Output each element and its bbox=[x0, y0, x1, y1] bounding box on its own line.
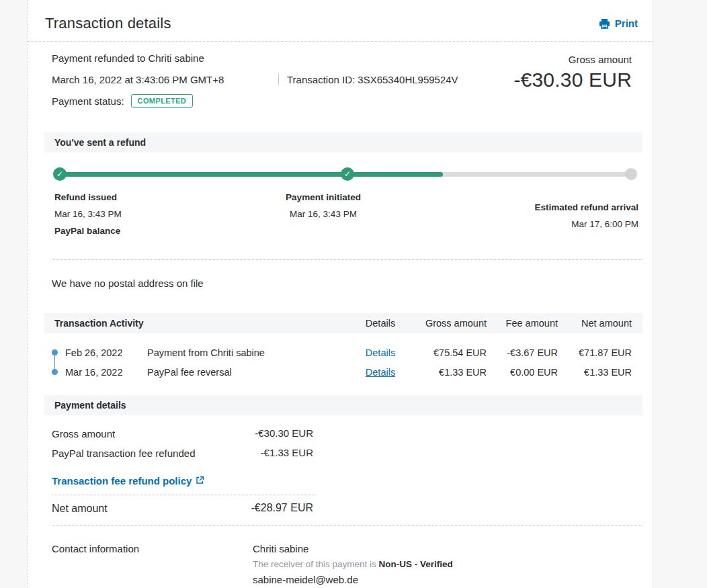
receiver-note-text: The receiver of this payment is bbox=[253, 559, 379, 569]
postal-note: We have no postal address on file bbox=[52, 278, 653, 289]
transaction-fee-policy-link[interactable]: Transaction fee refund policy bbox=[52, 475, 204, 487]
status-badge: COMPLETED bbox=[131, 94, 194, 108]
net-amount-label: Net amount bbox=[52, 502, 200, 515]
column-header-net: Net amount bbox=[554, 313, 632, 333]
activity-rows: Feb 26, 2022 Payment from Chriti sabine … bbox=[52, 343, 642, 382]
contact-section: Contact information Chriti sabine The re… bbox=[52, 543, 642, 588]
step-time: Mar 16, 3:43 PM bbox=[54, 206, 122, 222]
row-net-amount: €1.33 EUR bbox=[554, 367, 632, 378]
step-payment-initiated: Payment initiated Mar 16, 3:43 PM bbox=[229, 189, 417, 222]
step-time: Mar 17, 6:00 PM bbox=[534, 216, 638, 233]
row-description: Payment from Chriti sabine bbox=[147, 347, 265, 358]
detail-value: -€1.33 EUR bbox=[212, 447, 313, 458]
step-sub: PayPal balance bbox=[54, 222, 122, 239]
gross-amount-value: -€30.30 EUR bbox=[513, 69, 632, 91]
divider bbox=[52, 495, 317, 495]
progress-track-complete bbox=[60, 172, 443, 177]
transaction-datetime: March 16, 2022 at 3:43:06 PM GMT+8 bbox=[52, 74, 278, 85]
transaction-details-card: Transaction details Print Payment refund… bbox=[27, 0, 653, 588]
policy-link-label: Transaction fee refund policy bbox=[52, 475, 192, 487]
payment-status-row: Payment status: COMPLETED bbox=[52, 94, 642, 108]
row-net-amount: €71.87 EUR bbox=[554, 347, 632, 358]
net-amount-value: -€28.97 EUR bbox=[212, 502, 313, 514]
print-button[interactable]: Print bbox=[599, 17, 638, 29]
printer-icon bbox=[599, 18, 610, 29]
page-title: Transaction details bbox=[45, 15, 171, 32]
gross-amount-block: Gross amount -€30.30 EUR bbox=[513, 54, 632, 91]
activity-section-header: Transaction Activity Details Gross amoun… bbox=[44, 313, 642, 333]
step-check-icon: ✓ bbox=[341, 167, 354, 181]
detail-row: PayPal transaction fee refunded -€1.33 E… bbox=[52, 447, 642, 460]
refund-section-header: You've sent a refund bbox=[44, 132, 642, 153]
detail-row: Gross amount -€30.30 EUR bbox=[52, 427, 642, 441]
table-row: Mar 16, 2022 PayPal fee reversal Details… bbox=[52, 362, 642, 382]
payment-details-header: Payment details bbox=[44, 395, 642, 415]
separator bbox=[278, 73, 279, 85]
payment-details-title: Payment details bbox=[54, 400, 126, 411]
payment-summary: Payment refunded to Chriti sabine March … bbox=[52, 52, 642, 122]
detail-value: -€30.30 EUR bbox=[212, 427, 313, 439]
divider bbox=[52, 259, 642, 260]
row-gross-amount: €1.33 EUR bbox=[399, 367, 487, 378]
contact-email: sabine-meidel@web.de bbox=[253, 574, 453, 585]
row-fee-amount: €0.00 EUR bbox=[484, 367, 558, 378]
divider bbox=[52, 525, 642, 526]
net-amount-row: Net amount -€28.97 EUR bbox=[52, 502, 642, 515]
row-description: PayPal fee reversal bbox=[147, 367, 232, 378]
table-row: Feb 26, 2022 Payment from Chriti sabine … bbox=[52, 343, 642, 362]
external-link-icon bbox=[196, 475, 204, 487]
receiver-status: Non-US - Verified bbox=[379, 559, 453, 569]
column-header-gross: Gross amount bbox=[399, 313, 487, 333]
refund-section-title: You've sent a refund bbox=[54, 137, 146, 148]
receiver-note: The receiver of this payment is Non-US -… bbox=[253, 559, 453, 569]
tracker-labels: Refund issued Mar 16, 3:43 PM PayPal bal… bbox=[28, 189, 653, 253]
row-date: Feb 26, 2022 bbox=[65, 347, 122, 358]
payment-status-label: Payment status: bbox=[52, 95, 124, 107]
contact-name: Chriti sabine bbox=[253, 543, 453, 554]
row-fee-amount: -€3.67 EUR bbox=[484, 347, 558, 358]
column-header-fee: Fee amount bbox=[484, 313, 558, 333]
step-check-icon: ✓ bbox=[53, 167, 67, 181]
step-pending-dot bbox=[625, 168, 637, 180]
page-header: Transaction details Print bbox=[28, 0, 653, 42]
step-estimated-arrival: Estimated refund arrival Mar 17, 6:00 PM bbox=[534, 199, 638, 233]
payment-details-rows: Gross amount -€30.30 EUR PayPal transact… bbox=[52, 427, 642, 460]
row-date: Mar 16, 2022 bbox=[65, 367, 122, 378]
contact-block: Chriti sabine The receiver of this payme… bbox=[253, 543, 453, 585]
detail-label: Gross amount bbox=[52, 427, 200, 441]
step-label: Payment initiated bbox=[229, 189, 417, 206]
transaction-id: Transaction ID: 3SX65340HL959524V bbox=[287, 74, 458, 85]
step-refund-issued: Refund issued Mar 16, 3:43 PM PayPal bal… bbox=[54, 189, 122, 239]
policy-row: Transaction fee refund policy bbox=[52, 475, 653, 487]
step-time: Mar 16, 3:43 PM bbox=[229, 206, 417, 222]
step-label: Refund issued bbox=[54, 189, 122, 206]
activity-title: Transaction Activity bbox=[54, 318, 144, 329]
refund-progress-tracker: ✓ ✓ bbox=[28, 167, 653, 181]
detail-label: PayPal transaction fee refunded bbox=[52, 447, 200, 460]
row-gross-amount: €75.54 EUR bbox=[399, 347, 487, 358]
print-label: Print bbox=[615, 17, 638, 29]
step-label: Estimated refund arrival bbox=[534, 199, 638, 216]
gross-amount-label: Gross amount bbox=[513, 54, 632, 65]
contact-label: Contact information bbox=[52, 543, 139, 554]
